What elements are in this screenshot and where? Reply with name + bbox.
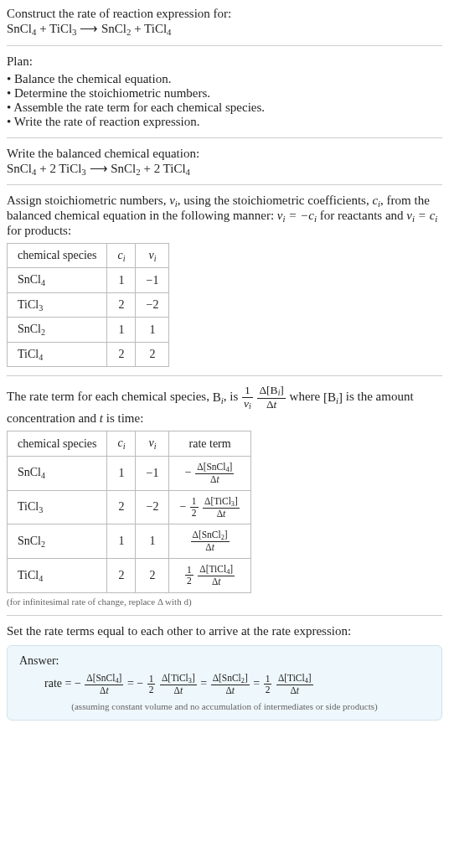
- frac-num: Δ[SnCl4]: [85, 673, 123, 685]
- col-c: ci: [107, 243, 136, 268]
- cell-c: 2: [107, 490, 136, 524]
- sign: −: [75, 677, 81, 690]
- frac-den: Δt: [160, 685, 197, 696]
- frac-num: Δ[TiCl4]: [276, 673, 313, 685]
- sign: −: [137, 677, 143, 690]
- sign: −: [179, 500, 186, 513]
- plan-item: Assemble the rate term for each chemical…: [7, 101, 442, 115]
- delta-frac: Δ[SnCl4] Δt: [195, 462, 234, 485]
- table-header-row: chemical species ci νi rate term: [8, 431, 251, 457]
- cell-c: 1: [107, 318, 136, 343]
- c-symbol: ci: [372, 194, 380, 207]
- cell-nu: −2: [136, 490, 169, 524]
- divider: [7, 45, 442, 46]
- sign: −: [185, 466, 192, 478]
- table-row: TiCl4 2 2 1 2 Δ[TiCl4] Δt: [8, 559, 251, 593]
- frac-num: Δ[TiCl4]: [198, 564, 235, 576]
- intro-block: Construct the rate of reaction expressio…: [7, 7, 442, 37]
- cell-nu: −1: [136, 456, 169, 490]
- cell-species: SnCl2: [8, 318, 107, 343]
- stoich-heading: Assign stoichiometric numbers, νi, using…: [7, 194, 442, 237]
- divider: [7, 615, 442, 616]
- relation-reactants: νi = −ci: [277, 209, 317, 222]
- text: Assign stoichiometric numbers,: [7, 194, 169, 207]
- cell-species: TiCl3: [8, 490, 107, 524]
- delta-frac: Δ[SnCl4] Δt: [85, 673, 123, 696]
- nu-symbol: νi: [169, 194, 178, 207]
- plan-heading: Plan:: [7, 54, 442, 69]
- relation-products: νi = ci: [406, 209, 437, 222]
- divider: [7, 184, 442, 185]
- delta-frac: Δ[SnCl2] Δt: [211, 673, 250, 696]
- cell-species: TiCl4: [8, 559, 107, 593]
- frac-num: Δ[TiCl3]: [203, 496, 240, 509]
- balanced-equation: SnCl4 + 2 TiCl3 ⟶ SnCl2 + 2 TiCl4: [7, 161, 442, 177]
- table-header-row: chemical species ci νi: [8, 243, 169, 268]
- intro-title: Construct the rate of reaction expressio…: [7, 7, 442, 21]
- cell-nu: 1: [136, 318, 169, 343]
- cell-nu: 2: [136, 559, 169, 593]
- bracket-b: [Bi]: [323, 390, 343, 404]
- b-symbol: Bi: [213, 390, 224, 404]
- frac-num: Δ[TiCl3]: [160, 673, 197, 685]
- intro-equation: SnCl4 + TiCl3 ⟶ SnCl2 + TiCl4: [7, 21, 442, 37]
- frac-num: 1: [147, 674, 156, 685]
- divider: [7, 375, 442, 376]
- frac-den: νi: [242, 398, 253, 411]
- balanced-block: Write the balanced chemical equation: Sn…: [7, 147, 442, 177]
- plan-list: Balance the chemical equation. Determine…: [7, 72, 442, 129]
- frac-num: Δ[Bi]: [257, 385, 285, 399]
- text: is time:: [103, 411, 143, 425]
- text: for products:: [7, 224, 71, 237]
- cell-nu: 2: [136, 342, 169, 367]
- cell-species: SnCl4: [8, 456, 107, 490]
- frac-num: 1: [264, 674, 272, 685]
- cell-rate: − 1 2 Δ[TiCl3] Δt: [169, 490, 250, 524]
- rate-lead: rate =: [44, 677, 75, 690]
- col-species: chemical species: [8, 431, 107, 457]
- answer-label: Answer:: [19, 654, 430, 668]
- frac-den: Δt: [257, 399, 285, 411]
- equals: =: [200, 677, 209, 690]
- cell-species: TiCl4: [8, 342, 107, 367]
- cell-species: SnCl2: [8, 524, 107, 559]
- frac-den: 2: [185, 576, 194, 586]
- frac-den: Δt: [85, 685, 123, 696]
- text: , is: [224, 390, 241, 404]
- text: The rate term for each chemical species,: [7, 390, 213, 404]
- cell-c: 2: [107, 342, 136, 367]
- frac-den: 2: [264, 685, 272, 695]
- rate-term-block: The rate term for each chemical species,…: [7, 385, 442, 607]
- delta-frac: Δ[TiCl4] Δt: [276, 673, 313, 696]
- frac-num: Δ[SnCl2]: [191, 530, 230, 542]
- table-row: SnCl4 1 −1: [8, 268, 169, 293]
- table-row: SnCl4 1 −1 − Δ[SnCl4] Δt: [8, 456, 251, 490]
- balanced-heading: Write the balanced chemical equation:: [7, 147, 442, 161]
- frac-num: 1: [242, 385, 253, 398]
- final-block: Set the rate terms equal to each other t…: [7, 624, 442, 638]
- cell-rate: Δ[SnCl2] Δt: [169, 524, 250, 559]
- final-heading: Set the rate terms equal to each other t…: [7, 624, 442, 638]
- text: where: [290, 390, 323, 404]
- frac-den: Δt: [198, 576, 235, 587]
- cell-rate: 1 2 Δ[TiCl4] Δt: [169, 559, 250, 593]
- divider: [7, 137, 442, 138]
- cell-c: 1: [107, 456, 136, 490]
- frac-num: 1: [190, 496, 199, 508]
- text: , using the stoichiometric coefficients,: [178, 194, 373, 207]
- col-nu: νi: [136, 431, 169, 457]
- coef-frac: 1 2: [147, 674, 156, 695]
- delta-frac: Δ[SnCl2] Δt: [191, 530, 230, 553]
- plan-block: Plan: Balance the chemical equation. Det…: [7, 54, 442, 129]
- delta-frac: Δ[TiCl4] Δt: [198, 564, 235, 587]
- stoich-table: chemical species ci νi SnCl4 1 −1 TiCl3 …: [7, 243, 169, 368]
- coef-frac: 1 2: [264, 674, 272, 695]
- frac-num: Δ[SnCl2]: [211, 673, 250, 685]
- cell-nu: −2: [136, 292, 169, 318]
- cell-c: 1: [107, 268, 136, 293]
- rate-term-heading: The rate term for each chemical species,…: [7, 385, 442, 426]
- equals: =: [253, 677, 262, 690]
- table-row: TiCl4 2 2: [8, 342, 169, 367]
- cell-species: SnCl4: [8, 268, 107, 293]
- col-c: ci: [107, 431, 136, 457]
